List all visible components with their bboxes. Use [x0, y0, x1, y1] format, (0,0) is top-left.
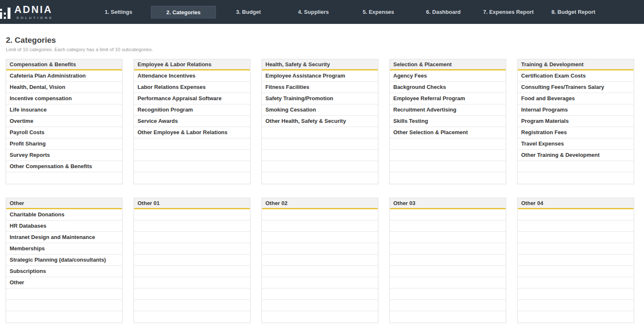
subcategory-cell[interactable] — [518, 277, 634, 288]
subcategory-cell[interactable]: Other Selection & Placement — [390, 127, 506, 138]
subcategory-cell[interactable] — [390, 209, 506, 221]
tab-2-categories[interactable]: 2. Categories — [151, 6, 216, 18]
subcategory-cell[interactable] — [518, 266, 634, 277]
subcategory-cell[interactable] — [134, 277, 250, 288]
subcategory-cell[interactable]: Other — [6, 277, 122, 288]
subcategory-cell[interactable]: Profit Sharing — [6, 138, 122, 150]
subcategory-cell[interactable]: Survey Reports — [6, 150, 122, 161]
subcategory-cell[interactable] — [134, 243, 250, 254]
subcategory-cell[interactable] — [262, 300, 378, 311]
subcategory-cell[interactable] — [262, 266, 378, 277]
subcategory-cell[interactable]: Other Training & Development — [518, 150, 634, 161]
subcategory-cell[interactable]: Consulting Fees/Trainers Salary — [518, 82, 634, 93]
category-title-cell[interactable]: Other — [6, 198, 122, 209]
subcategory-cell[interactable] — [6, 172, 122, 184]
subcategory-cell[interactable] — [134, 150, 250, 161]
subcategory-cell[interactable]: Life insurance — [6, 104, 122, 116]
subcategory-cell[interactable] — [6, 311, 122, 322]
subcategory-cell[interactable] — [390, 311, 506, 322]
subcategory-cell[interactable]: Cafeteria Plan Administration — [6, 70, 122, 82]
subcategory-cell[interactable] — [134, 138, 250, 150]
category-title-cell[interactable]: Other 02 — [262, 198, 378, 209]
subcategory-cell[interactable]: Service Awards — [134, 116, 250, 127]
tab-5-expenses[interactable]: 5. Expenses — [346, 6, 411, 18]
subcategory-cell[interactable]: Fitness Facilities — [262, 82, 378, 93]
subcategory-cell[interactable] — [518, 172, 634, 184]
subcategory-cell[interactable]: Certification Exam Costs — [518, 70, 634, 82]
subcategory-cell[interactable] — [262, 209, 378, 221]
subcategory-cell[interactable] — [262, 161, 378, 172]
subcategory-cell[interactable]: Incentive compensation — [6, 93, 122, 104]
subcategory-cell[interactable] — [134, 300, 250, 311]
subcategory-cell[interactable]: Strategic Planning (data/consultants) — [6, 254, 122, 266]
subcategory-cell[interactable]: Overtime — [6, 116, 122, 127]
subcategory-cell[interactable] — [262, 288, 378, 300]
subcategory-cell[interactable]: Food and Beverages — [518, 93, 634, 104]
subcategory-cell[interactable] — [518, 243, 634, 254]
subcategory-cell[interactable] — [134, 209, 250, 221]
subcategory-cell[interactable] — [390, 232, 506, 243]
tab-1-settings[interactable]: 1. Settings — [86, 6, 151, 18]
subcategory-cell[interactable] — [518, 232, 634, 243]
subcategory-cell[interactable] — [262, 221, 378, 232]
subcategory-cell[interactable]: Memberships — [6, 243, 122, 254]
subcategory-cell[interactable]: Smoking Cessation — [262, 104, 378, 116]
subcategory-cell[interactable]: Charitable Donations — [6, 209, 122, 221]
subcategory-cell[interactable]: Intranet Design and Maintenance — [6, 232, 122, 243]
subcategory-cell[interactable]: Background Checks — [390, 82, 506, 93]
subcategory-cell[interactable] — [134, 254, 250, 266]
category-title-cell[interactable]: Compensation & Benefits — [6, 60, 122, 70]
subcategory-cell[interactable] — [262, 311, 378, 322]
subcategory-cell[interactable]: Skills Testing — [390, 116, 506, 127]
subcategory-cell[interactable] — [134, 311, 250, 322]
category-title-cell[interactable]: Other 01 — [134, 198, 250, 209]
subcategory-cell[interactable] — [390, 161, 506, 172]
subcategory-cell[interactable] — [262, 138, 378, 150]
subcategory-cell[interactable] — [134, 172, 250, 184]
subcategory-cell[interactable] — [262, 277, 378, 288]
subcategory-cell[interactable]: Other Compensation & Benefits — [6, 161, 122, 172]
subcategory-cell[interactable] — [390, 243, 506, 254]
tab-8-budget-report[interactable]: 8. Budget Report — [541, 6, 606, 18]
subcategory-cell[interactable] — [390, 254, 506, 266]
subcategory-cell[interactable] — [390, 150, 506, 161]
subcategory-cell[interactable] — [390, 138, 506, 150]
subcategory-cell[interactable]: Recruitment Advertising — [390, 104, 506, 116]
subcategory-cell[interactable] — [390, 277, 506, 288]
subcategory-cell[interactable]: HR Databases — [6, 221, 122, 232]
subcategory-cell[interactable] — [134, 232, 250, 243]
subcategory-cell[interactable]: Other Health, Safety & Security — [262, 116, 378, 127]
subcategory-cell[interactable] — [390, 172, 506, 184]
subcategory-cell[interactable] — [262, 243, 378, 254]
subcategory-cell[interactable] — [134, 266, 250, 277]
tab-4-suppliers[interactable]: 4. Suppliers — [281, 6, 346, 18]
category-title-cell[interactable]: Other 03 — [390, 198, 506, 209]
subcategory-cell[interactable]: Internal Programs — [518, 104, 634, 116]
tab-7-expenses-report[interactable]: 7. Expenses Report — [476, 6, 541, 18]
subcategory-cell[interactable] — [518, 209, 634, 221]
subcategory-cell[interactable] — [134, 161, 250, 172]
category-title-cell[interactable]: Other 04 — [518, 198, 634, 209]
subcategory-cell[interactable] — [518, 300, 634, 311]
subcategory-cell[interactable] — [262, 127, 378, 138]
tab-3-budget[interactable]: 3. Budget — [216, 6, 281, 18]
subcategory-cell[interactable]: Other Employee & Labor Relations — [134, 127, 250, 138]
subcategory-cell[interactable] — [518, 288, 634, 300]
subcategory-cell[interactable] — [390, 266, 506, 277]
subcategory-cell[interactable]: Registration Fees — [518, 127, 634, 138]
subcategory-cell[interactable]: Employee Assistance Program — [262, 70, 378, 82]
category-title-cell[interactable]: Training & Development — [518, 60, 634, 70]
category-title-cell[interactable]: Selection & Placement — [390, 60, 506, 70]
subcategory-cell[interactable] — [262, 232, 378, 243]
subcategory-cell[interactable] — [518, 221, 634, 232]
subcategory-cell[interactable] — [262, 172, 378, 184]
subcategory-cell[interactable]: Safety Training/Promotion — [262, 93, 378, 104]
subcategory-cell[interactable] — [390, 221, 506, 232]
subcategory-cell[interactable] — [390, 288, 506, 300]
subcategory-cell[interactable]: Subscriptions — [6, 266, 122, 277]
subcategory-cell[interactable] — [518, 254, 634, 266]
subcategory-cell[interactable]: Labor Relations Expenses — [134, 82, 250, 93]
tab-6-dashboard[interactable]: 6. Dashboard — [411, 6, 476, 18]
subcategory-cell[interactable]: Health, Dental, Vision — [6, 82, 122, 93]
subcategory-cell[interactable] — [6, 300, 122, 311]
